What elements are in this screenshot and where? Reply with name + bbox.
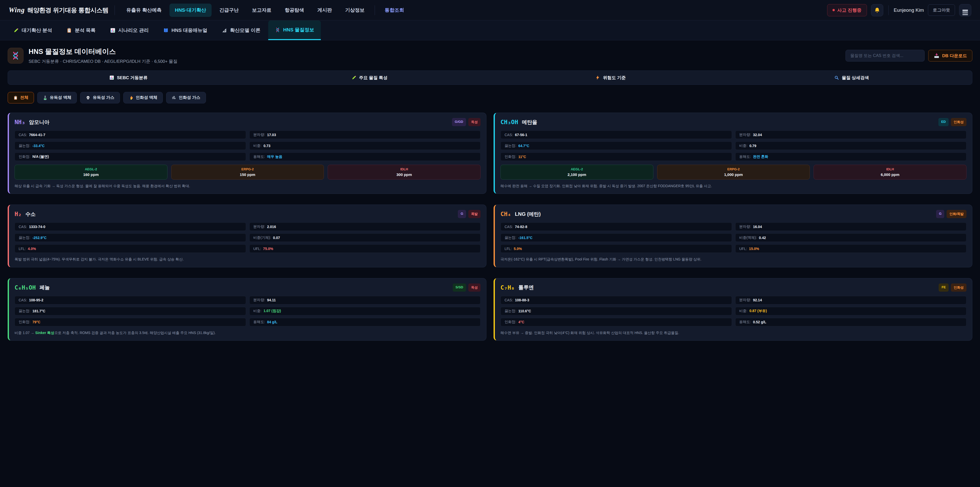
field-label: 분자량: [253,298,265,302]
download-tray-icon [934,53,940,59]
field-label: 분자량: [739,133,751,137]
tab-label: 분석 목록 [75,27,95,34]
stat-value: 6,000 ppm [814,172,966,177]
field-label: 비중: [739,309,748,313]
field-label: 끓는점: [19,144,30,148]
search-input[interactable] [845,50,924,62]
tab-model-theory[interactable]: 확산모델 이론 [215,21,267,40]
field-label: 용해도: [739,320,751,324]
field-label: CAS: [504,298,513,302]
field-label: 분자량: [739,225,751,229]
field-boiling-point: 끓는점:181.7°C [14,307,246,315]
nav-item-oil-spill[interactable]: 유출유 확산예측 [121,3,167,17]
incident-status-badge: 사고 진행중 [827,4,867,16]
page-title-block: HNS 물질정보 데이터베이스 SEBC 거동분류 · CHRIS/CAMEO … [29,47,177,64]
db-download-button[interactable]: DB 다운로드 [928,50,972,62]
logout-button[interactable]: 로그아웃 [928,4,955,16]
filter-label: 전체 [20,95,28,101]
field-label: LFL: [504,247,512,251]
field-label: 인화점: [19,320,30,324]
section-label: 주요 물질 특성 [359,75,387,81]
section-detail-search[interactable]: 물질 상세검색 [731,75,972,81]
field-molweight: 분자량:32.04 [735,131,967,139]
field-value: 16.04 [753,225,762,229]
nav-item-rescue[interactable]: 긴급구난 [214,3,244,17]
section-key-properties[interactable]: 주요 물질 특성 [249,75,490,81]
field-value: 7664-41-7 [29,133,45,137]
hazard-badge: 인화/폭발 [947,210,966,218]
field-label: CAS: [19,298,27,302]
top-navigation: Wing 해양환경 위기대응 통합시스템 유출유 확산예측 HNS·대기확산 긴… [0,0,980,21]
gas-cloud-icon [172,96,177,100]
status-dot-icon [832,9,835,11]
field-label: 분자량: [253,225,265,229]
field-value: 1333-74-0 [29,225,45,229]
page-title: HNS 물질정보 데이터베이스 [29,47,177,56]
hazard-badge: 독성 [468,283,480,292]
field-value: 17.03 [267,133,276,137]
notifications-button[interactable] [871,4,883,16]
tab-hns-manual[interactable]: HNS 대응매뉴얼 [156,21,214,40]
hamburger-icon [963,10,968,10]
section-risk-criteria[interactable]: 위험도 기준 [490,75,731,81]
substance-name: 톨루엔 [518,284,534,291]
substance-cards-grid: NH₃ 암모니아 G/GD 독성 CAS:7664-41-7 분자량:17.03… [8,113,972,341]
stat-value: 300 ppm [328,172,480,177]
card-header: CH₄ LNG (메탄) G 인화/폭발 [501,210,966,218]
nav-item-aerial-search[interactable]: 항공탐색 [280,3,310,17]
filter-flammable-gas[interactable]: 인화성 가스 [166,92,206,104]
nav-item-integrated-search[interactable]: 통합조회 [380,3,410,17]
tab-scenario-management[interactable]: 시나리오 관리 [103,21,156,40]
tab-dispersion-analysis[interactable]: 대기확산 분석 [6,21,59,40]
field-value: 15.0% [749,247,759,251]
field-value: 11°C [518,155,526,159]
filter-toxic-gas[interactable]: 유독성 가스 [80,92,120,104]
field-value: 0.07 [273,236,280,240]
substance-name: 메탄올 [522,119,537,126]
stat-aegl2: AEGL-22,100 ppm [501,165,653,179]
tab-analysis-list[interactable]: 분석 목록 [60,21,102,40]
stat-label: IDLH [328,167,480,171]
substance-card-ammonia: NH₃ 암모니아 G/GD 독성 CAS:7664-41-7 분자량:17.03… [8,113,487,194]
field-value: 0.87 (부유) [749,309,767,313]
field-molweight: 분자량:94.11 [249,296,481,304]
test-tube-icon [43,96,48,100]
field-value: 4°C [518,320,525,324]
nav-item-weather[interactable]: 기상정보 [340,3,370,17]
field-specific-gravity: 비중:1.07 (침강) [249,307,481,315]
chemical-formula: C₆H₅OH [14,284,36,291]
substance-card-lng: CH₄ LNG (메탄) G 인화/폭발 CAS:74-82-8 분자량:16.… [493,204,972,267]
card-note: 폭발 범위 극히 넓음(4~75%). 무색무취로 감지 불가. 극저온 액화수… [14,257,480,262]
field-molweight: 분자량:92.14 [735,296,967,304]
field-boiling-point: 끓는점:-161.5°C [501,233,732,242]
sebc-badge: G [458,210,466,218]
nav-item-board[interactable]: 게시판 [312,3,337,17]
menu-button[interactable] [959,4,971,16]
field-boiling-point: 끓는점:110.6°C [501,307,732,315]
filter-all[interactable]: 전체 [8,92,34,104]
field-value: 74-82-8 [515,225,527,229]
field-value: 5.0% [514,247,522,251]
book-icon [163,27,169,33]
nav-item-hns-dispersion[interactable]: HNS·대기확산 [169,3,211,17]
field-label: 비중(액체): [739,235,757,240]
divider [888,5,889,15]
card-note: 비중 1.07 → Sinker 특성으로 저층 축적. ROMS 검증 결과 … [14,330,480,335]
stat-label: AEGL-2 [501,167,653,171]
field-cas: CAS:108-88-3 [501,296,732,304]
sebc-badge: S/SD [453,283,466,292]
filter-toxic-liquid[interactable]: 유독성 액체 [37,92,77,104]
section-sebc-classification[interactable]: SEBC 거동분류 [8,75,249,81]
nav-item-reports[interactable]: 보고자료 [247,3,277,17]
tab-hns-substance-info[interactable]: HNS 물질정보 [268,21,321,40]
hazard-badge: 인화성 [951,118,966,126]
field-value: 108-88-3 [515,298,529,302]
field-cas: CAS:67-56-1 [501,131,732,139]
sebc-badge: G [936,210,944,218]
filter-label: 인화성 가스 [179,95,200,101]
section-strip: SEBC 거동분류 주요 물질 특성 위험도 기준 물질 상세검색 [8,70,972,85]
stat-idlh: IDLH6,000 ppm [814,165,966,179]
stat-value: 2,100 ppm [501,172,653,177]
filter-label: 인화성 액체 [136,95,157,101]
filter-flammable-liquid[interactable]: 인화성 액체 [123,92,163,104]
